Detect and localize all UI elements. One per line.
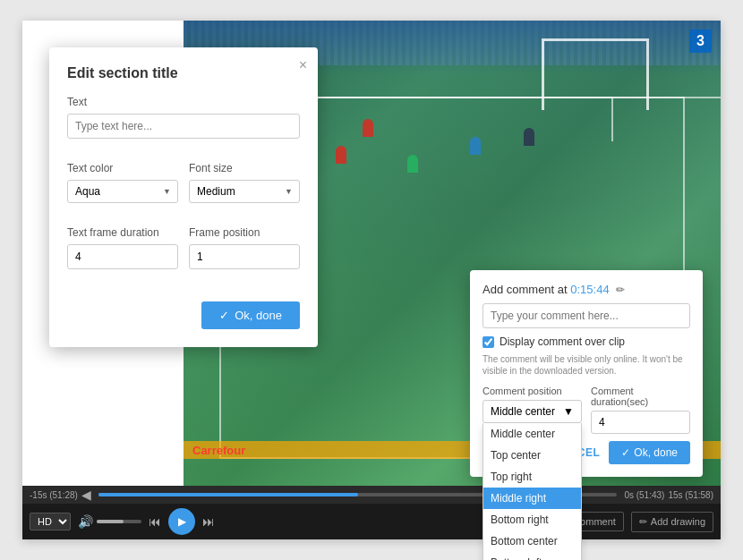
- player-4: [524, 128, 534, 146]
- comment-position-select[interactable]: Middle center ▼: [483, 400, 582, 423]
- timeline-bar[interactable]: -15s (51:28) ◀ 0s (51:43) 15s (51:58): [22, 486, 721, 504]
- dropdown-item-top-right[interactable]: Top right: [483, 466, 581, 488]
- edit-time-icon[interactable]: ✏: [616, 284, 625, 296]
- text-color-label: Text color: [67, 162, 178, 174]
- text-input[interactable]: [67, 114, 300, 139]
- timeline-prev-btn[interactable]: ◀: [81, 488, 91, 502]
- text-color-select[interactable]: Aqua Red Blue White: [67, 180, 178, 203]
- player-3: [407, 155, 418, 173]
- comment-duration-group: Comment duration(sec): [591, 386, 690, 434]
- comment-header: Add comment at 0:15:44 ✏: [483, 283, 690, 296]
- frame-position-group: Frame position: [189, 216, 300, 269]
- dropdown-arrow-icon: ▼: [563, 405, 574, 418]
- display-over-clip-desc: The comment will be visible only online.…: [483, 353, 690, 377]
- frame-duration-input[interactable]: [67, 244, 178, 269]
- timeline-fill: [98, 493, 358, 496]
- quality-select[interactable]: HD SD: [30, 513, 71, 530]
- control-bar: HD SD 🔊 ⏮ ▶ ⏭ + Add comment ✏ Add drawin…: [22, 504, 721, 539]
- dropdown-item-bottom-center[interactable]: Bottom center: [483, 530, 581, 552]
- frame-position-label: Frame position: [189, 226, 300, 239]
- dropdown-item-middle-center[interactable]: Middle center: [483, 423, 581, 445]
- dropdown-item-bottom-right[interactable]: Bottom right: [483, 509, 581, 530]
- player-5: [336, 146, 346, 164]
- frame-position-input[interactable]: [189, 244, 300, 269]
- play-button[interactable]: ▶: [168, 508, 195, 535]
- volume-icon: 🔊: [78, 514, 93, 529]
- video-controls: -15s (51:28) ◀ 0s (51:43) 15s (51:58) HD…: [22, 486, 721, 539]
- edit-section-title-dialog: Edit section title × Text Text color Aqu…: [49, 47, 318, 347]
- comment-position-group: Comment position Middle center ▼ Middle …: [483, 386, 582, 434]
- comment-time-link[interactable]: 0:15:44: [570, 283, 609, 296]
- comment-ok-checkmark-icon: ✓: [621, 446, 630, 459]
- dropdown-item-top-center[interactable]: Top center: [483, 445, 581, 466]
- add-comment-dialog: Add comment at 0:15:44 ✏ Display comment…: [470, 270, 703, 477]
- text-color-group: Text color Aqua Red Blue White: [67, 151, 178, 203]
- edit-dialog-close-btn[interactable]: ×: [299, 58, 307, 72]
- timeline-start-label: -15s (51:28): [30, 490, 78, 500]
- display-over-clip-row: Display comment over clip: [483, 335, 690, 348]
- timeline-end-label: 15s (51:58): [668, 490, 713, 500]
- comment-ok-done-button[interactable]: ✓ Ok, done: [609, 441, 690, 464]
- comment-position-dropdown-list[interactable]: Middle center Top center Top right Middl…: [483, 423, 582, 560]
- frame-duration-label: Text frame duration: [67, 226, 178, 239]
- dropdown-item-bottom-left[interactable]: Bottom left: [483, 552, 581, 560]
- add-drawing-button[interactable]: ✏ Add drawing: [631, 512, 713, 532]
- comment-duration-input[interactable]: [591, 411, 690, 434]
- text-field-label: Text: [67, 96, 300, 108]
- skip-forward-btn[interactable]: ⏭: [202, 514, 215, 529]
- font-size-group: Font size Medium Small Large: [189, 151, 300, 203]
- dropdown-item-middle-right[interactable]: Middle right: [483, 488, 581, 509]
- skip-back-btn[interactable]: ⏮: [149, 514, 161, 529]
- comment-text-input[interactable]: [483, 303, 690, 328]
- timeline-mid-label: 0s (51:43): [624, 490, 664, 500]
- font-size-select[interactable]: Medium Small Large: [189, 180, 300, 203]
- display-over-clip-checkbox[interactable]: [483, 336, 494, 348]
- volume-fill: [97, 520, 124, 523]
- channel-badge: 3: [689, 30, 712, 53]
- add-drawing-icon: ✏: [639, 516, 647, 528]
- volume-control: 🔊: [78, 514, 141, 529]
- font-size-label: Font size: [189, 162, 300, 174]
- edit-dialog-title: Edit section title: [67, 65, 300, 81]
- comment-position-label: Comment position: [483, 386, 582, 396]
- player-1: [363, 119, 373, 137]
- edit-ok-done-button[interactable]: ✓ Ok, done: [201, 301, 300, 329]
- comment-duration-label: Comment duration(sec): [591, 386, 690, 407]
- player-2: [470, 137, 481, 155]
- volume-slider[interactable]: [97, 520, 141, 523]
- comment-fields-row: Comment position Middle center ▼ Middle …: [483, 386, 690, 434]
- frame-duration-group: Text frame duration: [67, 216, 178, 269]
- display-over-clip-label: Display comment over clip: [500, 335, 625, 348]
- comment-position-dropdown-container: Middle center ▼ Middle center Top center…: [483, 400, 582, 423]
- edit-ok-checkmark-icon: ✓: [219, 309, 229, 322]
